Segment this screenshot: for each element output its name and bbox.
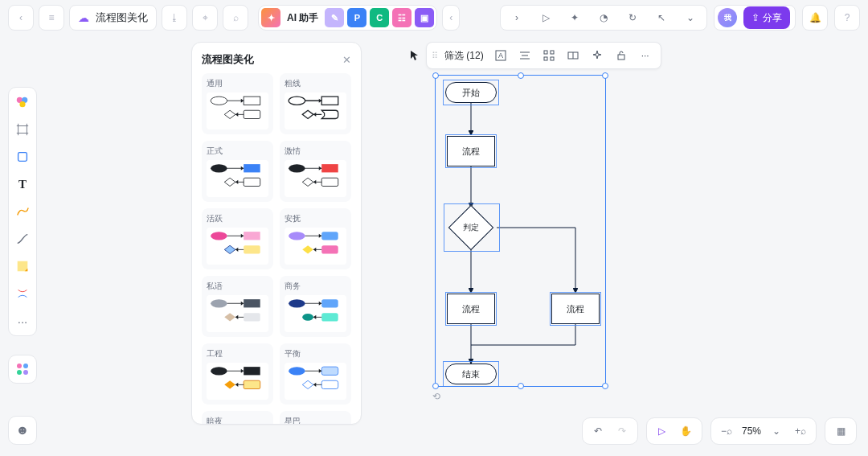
svg-rect-32 (244, 313, 260, 321)
tool-cross[interactable] (13, 284, 32, 303)
toolbar-more-button[interactable]: ··· (635, 45, 656, 66)
sparkle-icon[interactable]: ✦ (563, 6, 586, 29)
svg-rect-41 (321, 367, 338, 375)
tag-button[interactable]: ⌖ (192, 5, 218, 31)
avatar[interactable]: 我 (718, 8, 737, 27)
toolbar-grid-button[interactable] (538, 45, 559, 66)
export-button[interactable]: ⭳ (162, 5, 187, 31)
selection-toolbar: ⠿ 筛选 (12) A ··· (426, 42, 661, 69)
template-card[interactable]: 工程 (202, 343, 273, 405)
zoom-out-button[interactable]: −⌕ (718, 422, 735, 440)
topbar: ‹ ≡ ☁ 流程图美化 ⭳ ⌖ ⌕ ✦ AI 助手 ✎ P C ☷ ▣ ‹ › … (0, 0, 868, 35)
help-button[interactable]: ? (834, 5, 860, 31)
hand-tool[interactable]: ✋ (678, 422, 695, 440)
template-card[interactable]: 商务 (280, 276, 351, 337)
tool-connector[interactable] (13, 229, 32, 249)
svg-point-16 (289, 97, 305, 105)
svg-rect-7 (18, 153, 27, 162)
play-icon[interactable]: ▷ (534, 6, 557, 29)
svg-point-10 (23, 364, 28, 368)
zoom-in-button[interactable]: +⌕ (792, 422, 809, 440)
apps-button[interactable] (8, 355, 37, 384)
toolbar-align-button[interactable] (514, 45, 535, 66)
menu-button[interactable]: ≡ (39, 5, 64, 31)
share-button[interactable]: ⇪ 分享 (743, 6, 790, 29)
svg-point-21 (289, 164, 305, 172)
doc-title: 流程图美化 (96, 10, 148, 25)
tool-pen[interactable] (13, 202, 32, 221)
svg-rect-25 (244, 232, 260, 240)
ai-tool-2[interactable]: ☷ (392, 8, 411, 27)
tool-shape[interactable] (13, 147, 32, 166)
template-card[interactable]: 正式 (202, 141, 273, 202)
flow-process-node[interactable]: 流程 (447, 294, 495, 324)
svg-point-13 (211, 97, 227, 105)
tool-frame[interactable] (13, 120, 32, 139)
svg-rect-36 (321, 313, 338, 321)
flow-start-node[interactable]: 开始 (445, 82, 497, 103)
toolbar-magic-button[interactable] (587, 45, 608, 66)
collapse-button[interactable]: ‹ (442, 5, 460, 31)
svg-rect-29 (321, 245, 338, 253)
drag-handle-icon[interactable]: ⠿ (432, 51, 436, 61)
template-card[interactable]: 活跃 (202, 208, 273, 269)
ai-tool-3[interactable]: ▣ (415, 8, 434, 27)
cursor-icon[interactable]: ↖ (650, 6, 673, 29)
feedback-button[interactable]: ☻ (8, 416, 37, 445)
toolbar-group-button[interactable] (563, 45, 583, 66)
template-card[interactable]: 暗夜 (202, 411, 273, 425)
tool-color[interactable] (13, 92, 32, 112)
svg-point-27 (289, 232, 305, 240)
flow-end-node[interactable]: 结束 (445, 364, 497, 384)
toolbar-unlock-button[interactable] (611, 45, 632, 66)
redo-button[interactable]: ↷ (613, 422, 631, 440)
svg-rect-20 (244, 178, 260, 186)
tool-more[interactable]: ··· (13, 311, 32, 331)
back-button[interactable]: ‹ (8, 5, 34, 31)
ai-label[interactable]: AI 助手 (284, 11, 321, 25)
expand-icon[interactable]: › (506, 6, 528, 29)
ai-tool-p[interactable]: P (347, 8, 366, 27)
bell-button[interactable]: 🔔 (802, 5, 828, 31)
minimap-icon: ▦ (832, 422, 850, 440)
doc-title-chip[interactable]: ☁ 流程图美化 (69, 5, 157, 31)
template-grid: 通用 粗线 (202, 73, 351, 425)
template-card[interactable]: 粗线 (280, 73, 351, 134)
template-card[interactable]: 平衡 (280, 343, 351, 405)
comment-icon[interactable]: ◔ (592, 6, 615, 29)
svg-rect-58 (551, 57, 554, 60)
minimap-button[interactable]: ▦ (825, 417, 857, 445)
ai-tool-1[interactable]: ✎ (325, 8, 344, 27)
template-card[interactable]: 安抚 (280, 208, 351, 269)
svg-rect-26 (244, 245, 260, 253)
tool-text[interactable]: T (13, 175, 32, 194)
svg-point-40 (289, 367, 305, 375)
svg-rect-19 (244, 164, 260, 172)
svg-point-35 (302, 314, 313, 321)
flow-process-node[interactable]: 流程 (551, 294, 600, 324)
template-card[interactable]: 激情 (280, 141, 351, 202)
ai-icon[interactable]: ✦ (261, 8, 280, 27)
cloud-icon: ☁ (78, 11, 89, 24)
template-card[interactable]: 通用 (202, 73, 273, 134)
svg-rect-57 (544, 57, 547, 60)
history-icon[interactable]: ↻ (621, 6, 644, 29)
undo-button[interactable]: ↶ (589, 422, 607, 440)
panel-close-button[interactable]: ✕ (342, 54, 351, 66)
svg-rect-55 (544, 51, 547, 54)
svg-rect-31 (244, 299, 260, 307)
zoom-dropdown[interactable]: ⌄ (768, 422, 785, 440)
zoom-level[interactable]: 75% (742, 425, 761, 437)
pointer-tool[interactable]: ▷ (653, 422, 671, 440)
search-button[interactable]: ⌕ (223, 5, 248, 31)
template-card[interactable]: 星巴 (280, 411, 351, 425)
toolbar-text-button[interactable]: A (490, 45, 511, 66)
svg-rect-8 (18, 261, 28, 272)
tool-sticky[interactable] (13, 257, 32, 276)
ai-tool-c[interactable]: C (370, 8, 389, 27)
svg-rect-39 (244, 380, 260, 388)
more-icon[interactable]: ⌄ (679, 6, 702, 29)
flow-process-node[interactable]: 流程 (447, 136, 495, 166)
cursor-indicator (410, 50, 421, 61)
template-card[interactable]: 私语 (202, 276, 273, 337)
